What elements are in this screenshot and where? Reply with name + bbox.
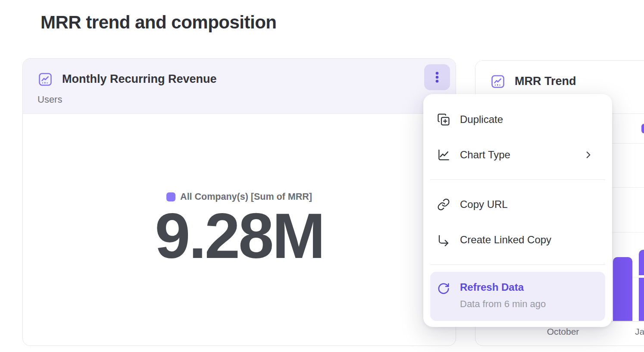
- trend-card-title: MRR Trend: [515, 75, 576, 88]
- trend-bar-segment: [639, 278, 644, 321]
- card-menu-button[interactable]: [424, 64, 450, 90]
- trend-bar-segment: [639, 250, 644, 275]
- kpi-body: All Company(s) [Sum of MRR] 9.28M: [23, 114, 456, 346]
- refresh-text-block: Refresh Data Data from 6 min ago: [460, 281, 546, 310]
- menu-item-copy-url[interactable]: Copy URL: [423, 187, 612, 222]
- menu-divider: [430, 264, 605, 265]
- menu-divider: [430, 179, 605, 180]
- x-axis-label: October: [535, 327, 591, 337]
- menu-item-label: Create Linked Copy: [460, 234, 551, 246]
- chart-widget-icon: [490, 74, 506, 89]
- menu-item-label: Refresh Data: [460, 281, 546, 293]
- mrr-card-header: Monthly Recurring Revenue Users: [23, 59, 456, 114]
- menu-item-refresh-data[interactable]: Refresh Data Data from 6 min ago: [430, 272, 605, 321]
- x-axis-label: January: [635, 327, 644, 337]
- menu-item-label: Duplicate: [460, 113, 503, 126]
- kebab-icon: [430, 70, 444, 85]
- mrr-card-title: Monthly Recurring Revenue: [62, 72, 217, 86]
- trend-legend-swatch: [641, 124, 644, 133]
- card-context-menu: Duplicate Chart Type: [423, 94, 612, 327]
- menu-item-chart-type[interactable]: Chart Type: [423, 137, 612, 173]
- link-icon: [437, 198, 450, 211]
- chart-widget-icon: [38, 72, 53, 87]
- chart-type-icon: [437, 148, 450, 161]
- menu-item-create-linked-copy[interactable]: Create Linked Copy: [423, 222, 612, 258]
- menu-item-sublabel: Data from 6 min ago: [460, 299, 546, 310]
- page-title: MRR trend and composition: [41, 12, 277, 33]
- mrr-card: Monthly Recurring Revenue Users All Comp…: [22, 58, 456, 346]
- menu-item-label: Copy URL: [460, 198, 508, 211]
- menu-item-duplicate[interactable]: Duplicate: [423, 102, 612, 137]
- dashboard-page: MRR trend and composition Monthly Recurr…: [0, 0, 644, 352]
- menu-item-label: Chart Type: [460, 149, 510, 161]
- corner-down-right-icon: [437, 233, 450, 246]
- refresh-icon: [437, 282, 450, 295]
- duplicate-icon: [437, 113, 450, 126]
- kpi-value: 9.28M: [155, 204, 323, 268]
- chevron-right-icon: [583, 149, 594, 160]
- mrr-card-subtitle: Users: [38, 94, 62, 105]
- trend-bar-segment: [613, 257, 632, 321]
